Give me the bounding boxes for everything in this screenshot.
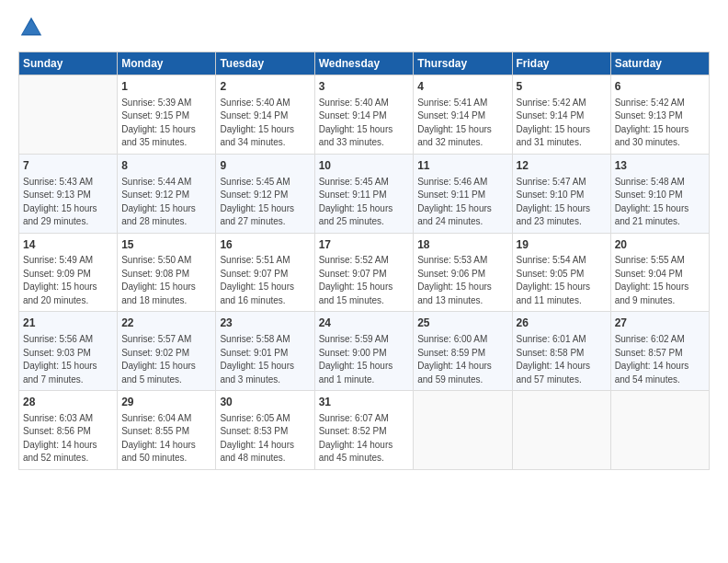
day-info: Sunrise: 5:46 AM Sunset: 9:11 PM Dayligh… — [417, 176, 507, 229]
day-number: 12 — [517, 158, 607, 174]
day-cell: 27Sunrise: 6:02 AM Sunset: 8:57 PM Dayli… — [610, 312, 709, 391]
day-cell: 5Sunrise: 5:42 AM Sunset: 9:14 PM Daylig… — [512, 75, 610, 155]
day-number: 27 — [615, 316, 705, 331]
day-info: Sunrise: 5:53 AM Sunset: 9:06 PM Dayligh… — [417, 254, 507, 307]
day-number: 21 — [23, 316, 113, 331]
day-number: 6 — [615, 79, 705, 95]
day-cell: 22Sunrise: 5:57 AM Sunset: 9:02 PM Dayli… — [118, 312, 216, 391]
day-number: 15 — [121, 237, 211, 253]
day-info: Sunrise: 5:47 AM Sunset: 9:10 PM Dayligh… — [517, 176, 607, 229]
day-number: 31 — [319, 395, 410, 410]
day-number: 9 — [220, 158, 310, 174]
col-header-monday: Monday — [118, 52, 216, 75]
calendar-table: SundayMondayTuesdayWednesdayThursdayFrid… — [18, 52, 710, 470]
col-header-wednesday: Wednesday — [314, 52, 414, 75]
day-number: 3 — [319, 79, 410, 95]
logo-icon — [18, 15, 44, 40]
day-cell: 28Sunrise: 6:03 AM Sunset: 8:56 PM Dayli… — [19, 391, 118, 470]
svg-marker-1 — [22, 20, 40, 34]
day-info: Sunrise: 5:56 AM Sunset: 9:03 PM Dayligh… — [23, 333, 113, 386]
day-info: Sunrise: 5:40 AM Sunset: 9:14 PM Dayligh… — [220, 97, 310, 150]
day-number: 24 — [319, 316, 410, 331]
day-info: Sunrise: 6:02 AM Sunset: 8:57 PM Dayligh… — [615, 333, 705, 386]
col-header-thursday: Thursday — [414, 52, 512, 75]
day-info: Sunrise: 6:07 AM Sunset: 8:52 PM Dayligh… — [319, 412, 410, 465]
day-cell — [19, 75, 118, 155]
day-number: 30 — [220, 395, 310, 410]
header — [18, 15, 710, 40]
day-number: 23 — [220, 316, 310, 331]
day-info: Sunrise: 5:41 AM Sunset: 9:14 PM Dayligh… — [417, 97, 507, 150]
day-info: Sunrise: 5:59 AM Sunset: 9:00 PM Dayligh… — [319, 333, 410, 386]
day-cell: 15Sunrise: 5:50 AM Sunset: 9:08 PM Dayli… — [118, 233, 216, 312]
day-number: 14 — [23, 237, 113, 253]
day-cell: 14Sunrise: 5:49 AM Sunset: 9:09 PM Dayli… — [19, 233, 118, 312]
day-info: Sunrise: 5:51 AM Sunset: 9:07 PM Dayligh… — [220, 254, 310, 307]
col-header-friday: Friday — [512, 52, 610, 75]
day-info: Sunrise: 5:42 AM Sunset: 9:14 PM Dayligh… — [517, 97, 607, 150]
day-number: 25 — [417, 316, 507, 331]
day-info: Sunrise: 6:01 AM Sunset: 8:58 PM Dayligh… — [517, 333, 607, 386]
day-cell: 24Sunrise: 5:59 AM Sunset: 9:00 PM Dayli… — [314, 312, 414, 391]
day-info: Sunrise: 5:44 AM Sunset: 9:12 PM Dayligh… — [121, 176, 211, 229]
day-number: 18 — [417, 237, 507, 253]
day-info: Sunrise: 5:48 AM Sunset: 9:10 PM Dayligh… — [615, 176, 705, 229]
day-info: Sunrise: 5:40 AM Sunset: 9:14 PM Dayligh… — [319, 97, 410, 150]
day-cell: 1Sunrise: 5:39 AM Sunset: 9:15 PM Daylig… — [118, 75, 216, 155]
col-header-tuesday: Tuesday — [216, 52, 314, 75]
day-number: 5 — [517, 79, 607, 95]
day-number: 13 — [615, 158, 705, 174]
day-number: 17 — [319, 237, 410, 253]
day-number: 7 — [23, 158, 113, 174]
day-number: 4 — [417, 79, 507, 95]
day-cell: 6Sunrise: 5:42 AM Sunset: 9:13 PM Daylig… — [610, 75, 709, 155]
day-cell — [512, 391, 610, 470]
day-number: 10 — [319, 158, 410, 174]
day-number: 20 — [615, 237, 705, 253]
day-number: 8 — [121, 158, 211, 174]
week-row-2: 7Sunrise: 5:43 AM Sunset: 9:13 PM Daylig… — [19, 154, 710, 233]
day-info: Sunrise: 6:03 AM Sunset: 8:56 PM Dayligh… — [23, 412, 113, 465]
day-info: Sunrise: 5:43 AM Sunset: 9:13 PM Dayligh… — [23, 176, 113, 229]
day-number: 16 — [220, 237, 310, 253]
day-cell: 30Sunrise: 6:05 AM Sunset: 8:53 PM Dayli… — [216, 391, 314, 470]
col-header-sunday: Sunday — [19, 52, 118, 75]
day-number: 22 — [121, 316, 211, 331]
week-row-4: 21Sunrise: 5:56 AM Sunset: 9:03 PM Dayli… — [19, 312, 710, 391]
day-number: 19 — [517, 237, 607, 253]
day-cell — [610, 391, 709, 470]
day-info: Sunrise: 5:57 AM Sunset: 9:02 PM Dayligh… — [121, 333, 211, 386]
day-cell: 12Sunrise: 5:47 AM Sunset: 9:10 PM Dayli… — [512, 154, 610, 233]
day-info: Sunrise: 5:42 AM Sunset: 9:13 PM Dayligh… — [615, 97, 705, 150]
day-info: Sunrise: 5:54 AM Sunset: 9:05 PM Dayligh… — [517, 254, 607, 307]
day-cell: 13Sunrise: 5:48 AM Sunset: 9:10 PM Dayli… — [610, 154, 709, 233]
day-info: Sunrise: 6:05 AM Sunset: 8:53 PM Dayligh… — [220, 412, 310, 465]
day-number: 2 — [220, 79, 310, 95]
day-number: 29 — [121, 395, 211, 410]
day-cell: 3Sunrise: 5:40 AM Sunset: 9:14 PM Daylig… — [314, 75, 414, 155]
day-cell: 8Sunrise: 5:44 AM Sunset: 9:12 PM Daylig… — [118, 154, 216, 233]
day-info: Sunrise: 5:52 AM Sunset: 9:07 PM Dayligh… — [319, 254, 410, 307]
week-row-3: 14Sunrise: 5:49 AM Sunset: 9:09 PM Dayli… — [19, 233, 710, 312]
col-header-saturday: Saturday — [610, 52, 709, 75]
week-row-5: 28Sunrise: 6:03 AM Sunset: 8:56 PM Dayli… — [19, 391, 710, 470]
day-cell: 19Sunrise: 5:54 AM Sunset: 9:05 PM Dayli… — [512, 233, 610, 312]
day-cell: 21Sunrise: 5:56 AM Sunset: 9:03 PM Dayli… — [19, 312, 118, 391]
day-cell: 26Sunrise: 6:01 AM Sunset: 8:58 PM Dayli… — [512, 312, 610, 391]
day-number: 11 — [417, 158, 507, 174]
day-number: 28 — [23, 395, 113, 410]
day-info: Sunrise: 5:55 AM Sunset: 9:04 PM Dayligh… — [615, 254, 705, 307]
day-cell: 7Sunrise: 5:43 AM Sunset: 9:13 PM Daylig… — [19, 154, 118, 233]
day-cell: 25Sunrise: 6:00 AM Sunset: 8:59 PM Dayli… — [414, 312, 512, 391]
day-cell: 2Sunrise: 5:40 AM Sunset: 9:14 PM Daylig… — [216, 75, 314, 155]
day-cell: 9Sunrise: 5:45 AM Sunset: 9:12 PM Daylig… — [216, 154, 314, 233]
day-cell — [414, 391, 512, 470]
day-cell: 11Sunrise: 5:46 AM Sunset: 9:11 PM Dayli… — [414, 154, 512, 233]
day-number: 1 — [121, 79, 211, 95]
day-info: Sunrise: 5:58 AM Sunset: 9:01 PM Dayligh… — [220, 333, 310, 386]
header-row: SundayMondayTuesdayWednesdayThursdayFrid… — [19, 52, 710, 75]
day-cell: 16Sunrise: 5:51 AM Sunset: 9:07 PM Dayli… — [216, 233, 314, 312]
day-cell: 29Sunrise: 6:04 AM Sunset: 8:55 PM Dayli… — [118, 391, 216, 470]
week-row-1: 1Sunrise: 5:39 AM Sunset: 9:15 PM Daylig… — [19, 75, 710, 155]
day-info: Sunrise: 5:49 AM Sunset: 9:09 PM Dayligh… — [23, 254, 113, 307]
